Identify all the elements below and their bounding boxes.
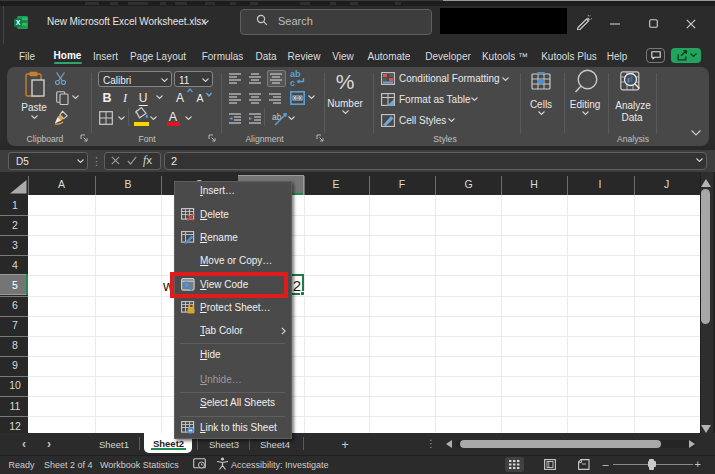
- svg-text:c: c: [290, 78, 295, 87]
- svg-text:X: X: [16, 19, 21, 26]
